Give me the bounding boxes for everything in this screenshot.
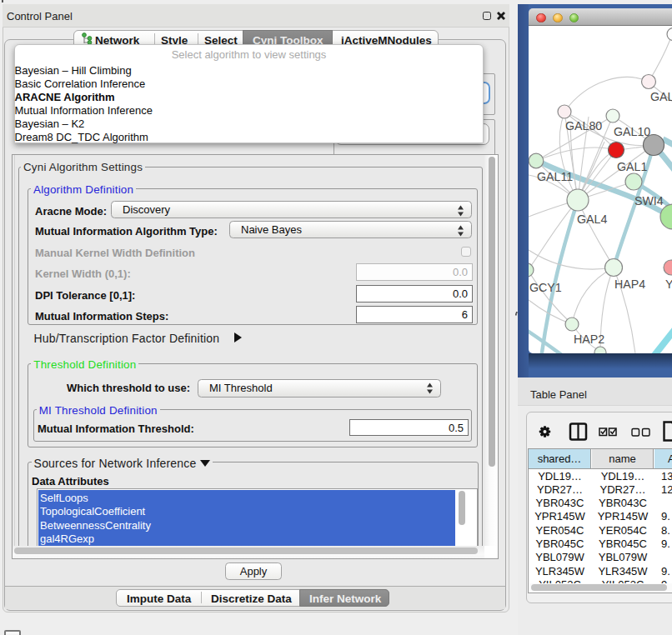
svg-text:SWI4: SWI4: [634, 194, 664, 208]
svg-text:GCY1: GCY1: [529, 281, 562, 294]
svg-text:GAL2: GAL2: [650, 90, 672, 103]
svg-text:HAP2: HAP2: [574, 332, 604, 346]
svg-text:GAL1: GAL1: [617, 160, 647, 173]
svg-text:HAP4: HAP4: [614, 278, 645, 291]
svg-text:GAL10: GAL10: [614, 125, 650, 138]
svg-text:GAL80: GAL80: [565, 119, 602, 132]
svg-text:Y: Y: [665, 278, 672, 291]
svg-text:GAL4: GAL4: [577, 212, 607, 226]
svg-text:GAL11: GAL11: [537, 170, 573, 183]
